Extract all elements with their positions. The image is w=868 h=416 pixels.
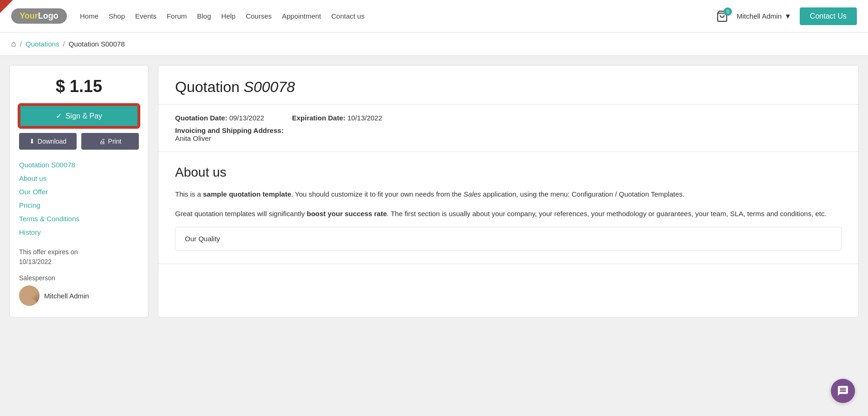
sidebar-nav: Quotation S00078 About us Our Offer Pric…: [19, 159, 139, 238]
about-text1-italic: Sales: [463, 190, 481, 198]
breadcrumb-current: Quotation S00078: [69, 40, 125, 48]
cart-badge: 0: [724, 7, 732, 16]
quotation-id: S00078: [244, 79, 295, 95]
about-text2-bold: boost your success rate: [307, 210, 387, 218]
about-text2-before: Great quotation templates will significa…: [175, 210, 307, 218]
dropdown-chevron-icon: ▼: [784, 12, 791, 20]
nav-events[interactable]: Events: [135, 12, 157, 20]
sign-pay-label: Sign & Pay: [65, 112, 102, 120]
nav-home[interactable]: Home: [80, 12, 98, 20]
expiry-info: This offer expires on 10/13/2022: [19, 247, 139, 267]
address-section: Invoicing and Shipping Address: Anita Ol…: [175, 126, 842, 142]
price-display: $ 1.15: [19, 77, 139, 96]
cart-icon[interactable]: 0: [716, 10, 728, 22]
download-label: Download: [38, 138, 66, 145]
quality-box: Our Quality: [175, 227, 842, 251]
avatar: [19, 285, 39, 306]
sidebar-nav-offer[interactable]: Our Offer: [19, 186, 139, 198]
breadcrumb-sep-1: /: [20, 40, 22, 48]
about-text1-end: application, using the menu: Configurati…: [481, 190, 685, 198]
contact-us-button[interactable]: Contact Us: [800, 7, 857, 25]
checkmark-icon: ✓: [56, 112, 62, 120]
about-text1-after: . You should customize it to fit your ow…: [291, 190, 463, 198]
nav-shop[interactable]: Shop: [109, 12, 125, 20]
sidebar-nav-pricing[interactable]: Pricing: [19, 199, 139, 211]
quotation-title-prefix: Quotation: [175, 79, 244, 95]
expiry-date: 10/13/2022: [19, 258, 52, 265]
nav-contact-us[interactable]: Contact us: [331, 12, 365, 20]
about-text-2: Great quotation templates will significa…: [175, 208, 842, 220]
about-text2-after: . The first section is usually about you…: [387, 210, 827, 218]
main-layout: $ 1.15 ✓ Sign & Pay ⬇ Download 🖨 Print Q…: [0, 65, 868, 331]
sidebar: $ 1.15 ✓ Sign & Pay ⬇ Download 🖨 Print Q…: [9, 65, 149, 317]
print-label: Print: [108, 138, 122, 145]
about-title: About us: [175, 165, 842, 180]
quotation-date-item: Quotation Date: 09/13/2022: [175, 114, 264, 122]
nav-blog[interactable]: Blog: [197, 12, 211, 20]
sign-pay-button[interactable]: ✓ Sign & Pay: [19, 105, 139, 127]
nav-help[interactable]: Help: [221, 12, 235, 20]
sidebar-nav-history[interactable]: History: [19, 226, 139, 238]
breadcrumb-sep-2: /: [63, 40, 65, 48]
salesperson-label: Salesperson: [19, 274, 139, 282]
sidebar-nav-about[interactable]: About us: [19, 172, 139, 184]
expiration-date-item: Expiration Date: 10/13/2022: [292, 114, 382, 122]
sidebar-nav-quotation[interactable]: Quotation S00078: [19, 159, 139, 171]
user-name: Mitchell Admin: [737, 12, 782, 20]
quotation-header: Quotation S00078: [158, 66, 858, 105]
breadcrumb-quotations[interactable]: Quotations: [26, 40, 59, 48]
nav-courses[interactable]: Courses: [246, 12, 272, 20]
quotation-meta: Quotation Date: 09/13/2022 Expiration Da…: [158, 105, 858, 152]
print-button[interactable]: 🖨 Print: [81, 133, 139, 150]
address-name: Anita Oliver: [175, 134, 211, 142]
about-text-1: This is a sample quotation template. You…: [175, 188, 842, 200]
content-area: Quotation S00078 Quotation Date: 09/13/2…: [158, 65, 859, 317]
about-text1-before: This is a: [175, 190, 203, 198]
nav-appointment[interactable]: Appointment: [282, 12, 321, 20]
nav-links: Home Shop Events Forum Blog Help Courses…: [80, 12, 716, 20]
print-icon: 🖨: [99, 138, 105, 145]
user-dropdown[interactable]: Mitchell Admin ▼: [737, 12, 791, 20]
download-icon: ⬇: [29, 138, 35, 145]
download-button[interactable]: ⬇ Download: [19, 133, 77, 150]
navbar: YourLogo Home Shop Events Forum Blog Hel…: [0, 0, 868, 33]
expiry-label: This offer expires on: [19, 248, 78, 256]
quality-label: Our Quality: [185, 235, 220, 243]
about-section: About us This is a sample quotation temp…: [158, 152, 858, 264]
nav-forum[interactable]: Forum: [167, 12, 187, 20]
dates-row: Quotation Date: 09/13/2022 Expiration Da…: [175, 114, 842, 122]
action-row: ⬇ Download 🖨 Print: [19, 133, 139, 150]
sidebar-nav-terms[interactable]: Terms & Conditions: [19, 213, 139, 225]
about-text1-bold: sample quotation template: [203, 190, 291, 198]
home-icon[interactable]: ⌂: [11, 39, 16, 49]
nav-right: 0 Mitchell Admin ▼ Contact Us: [716, 7, 857, 25]
logo[interactable]: YourLogo: [11, 8, 67, 24]
address-label: Invoicing and Shipping Address:: [175, 126, 284, 134]
breadcrumb: ⌂ / Quotations / Quotation S00078: [0, 33, 868, 56]
quotation-title: Quotation S00078: [175, 79, 842, 96]
salesperson-row: Mitchell Admin: [19, 285, 139, 306]
salesperson-name: Mitchell Admin: [44, 292, 89, 300]
